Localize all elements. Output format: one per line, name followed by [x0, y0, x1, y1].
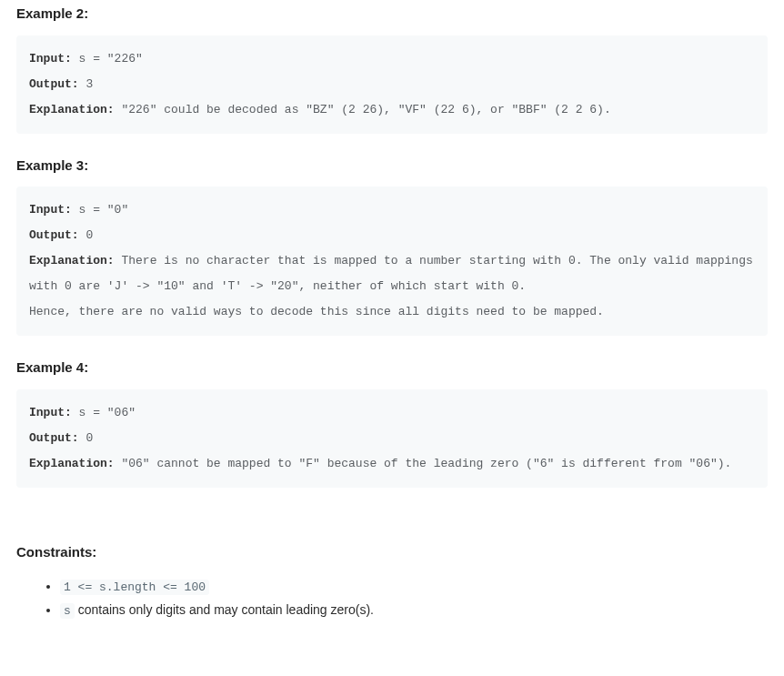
example-heading: Example 2:: [16, 4, 768, 25]
constraint-code: s: [60, 603, 75, 619]
explanation-label: Explanation:: [29, 457, 115, 470]
output-label: Output:: [29, 431, 79, 445]
output-label: Output:: [29, 228, 79, 242]
example-code-block: Input: s = "226" Output: 3 Explanation: …: [16, 35, 768, 134]
input-value: s = "0": [72, 203, 128, 217]
constraints-list: 1 <= s.length <= 100 s contains only dig…: [16, 575, 768, 622]
explanation-value: "226" could be decoded as "BZ" (2 26), "…: [115, 103, 611, 116]
output-value: 0: [79, 431, 94, 445]
explanation-label: Explanation:: [29, 103, 115, 116]
example-heading: Example 3:: [16, 156, 768, 177]
constraint-item: 1 <= s.length <= 100: [60, 575, 768, 599]
example-heading: Example 4:: [16, 358, 768, 378]
output-value: 0: [79, 228, 94, 242]
output-label: Output:: [29, 77, 79, 91]
explanation-value: There is no character that is mapped to …: [29, 254, 760, 318]
input-value: s = "06": [72, 406, 136, 419]
output-value: 3: [79, 77, 94, 91]
constraint-text: contains only digits and may contain lea…: [75, 602, 374, 617]
example-code-block: Input: s = "06" Output: 0 Explanation: "…: [16, 389, 768, 488]
input-value: s = "226": [72, 52, 143, 66]
example-code-block: Input: s = "0" Output: 0 Explanation: Th…: [16, 187, 768, 336]
constraint-code: 1 <= s.length <= 100: [60, 580, 209, 595]
constraint-item: s contains only digits and may contain l…: [60, 599, 768, 622]
explanation-value: "06" cannot be mapped to "F" because of …: [115, 457, 732, 470]
explanation-label: Explanation:: [29, 254, 115, 267]
input-label: Input:: [29, 52, 72, 66]
input-label: Input:: [29, 203, 72, 217]
input-label: Input:: [29, 406, 72, 419]
constraints-heading: Constraints:: [16, 542, 768, 563]
